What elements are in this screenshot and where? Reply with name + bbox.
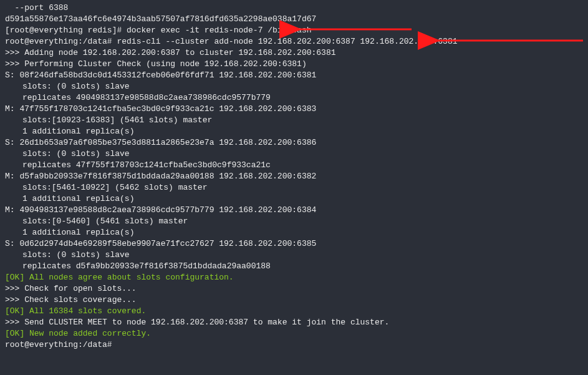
- terminal-line: slots: (0 slots) slave: [5, 250, 583, 261]
- terminal-line: slots: (0 slots) slave: [5, 81, 583, 92]
- terminal-line: >>> Adding node 192.168.202.200:6387 to …: [5, 47, 583, 59]
- terminal-line: S: 0d62d2974db4e69289f58ebe9907ae71fcc27…: [5, 238, 583, 250]
- terminal-line: >>> Performing Cluster Check (using node…: [5, 59, 583, 70]
- terminal-line: >>> Check slots coverage...: [5, 295, 583, 306]
- terminal-line: --port 6388: [5, 2, 583, 14]
- terminal-line: M: d5fa9bb20933e7f816f3875d1bddada29aa00…: [5, 171, 583, 182]
- terminal-line: d591a55876e173aa46fc6e4974b3aab57507af78…: [5, 14, 583, 25]
- terminal-line: slots:[0-5460] (5461 slots) master: [5, 216, 583, 227]
- terminal-line: root@everything:/data# redis-cli --clust…: [5, 36, 583, 47]
- terminal-output[interactable]: --port 6388d591a55876e173aa46fc6e4974b3a…: [0, 0, 588, 353]
- terminal-line: replicates 47f755f178703c1241cfba5ec3bd0…: [5, 160, 583, 171]
- terminal-line: >>> Check for open slots...: [5, 283, 583, 295]
- terminal-line: M: 4904983137e98588d8c2aea738986cdc9577b…: [5, 205, 583, 216]
- terminal-line: replicates d5fa9bb20933e7f816f3875d1bdda…: [5, 261, 583, 272]
- terminal-line: [OK] All nodes agree about slots configu…: [5, 272, 583, 283]
- terminal-line: [OK] All 16384 slots covered.: [5, 306, 583, 317]
- terminal-line: slots:[5461-10922] (5462 slots) master: [5, 182, 583, 193]
- terminal-line: M: 47f755f178703c1241cfba5ec3bd0c9f933ca…: [5, 104, 583, 115]
- terminal-line: 1 additional replica(s): [5, 126, 583, 137]
- terminal-line: S: 26d1b653a97a6f085be375e3d8811a2865e23…: [5, 137, 583, 149]
- terminal-line: [root@everything redis]# docker exec -it…: [5, 25, 583, 36]
- terminal-line: slots:[10923-16383] (5461 slots) master: [5, 115, 583, 126]
- terminal-line: slots: (0 slots) slave: [5, 149, 583, 160]
- terminal-line: replicates 4904983137e98588d8c2aea738986…: [5, 92, 583, 104]
- terminal-line: 1 additional replica(s): [5, 193, 583, 205]
- terminal-line: 1 additional replica(s): [5, 227, 583, 238]
- terminal-line: S: 08f246dfa58bd3dc0d1453312fceb06e0f6fd…: [5, 70, 583, 81]
- terminal-line: >>> Send CLUSTER MEET to node 192.168.20…: [5, 317, 583, 328]
- terminal-line: root@everything:/data#: [5, 339, 583, 351]
- terminal-line: [OK] New node added correctly.: [5, 328, 583, 339]
